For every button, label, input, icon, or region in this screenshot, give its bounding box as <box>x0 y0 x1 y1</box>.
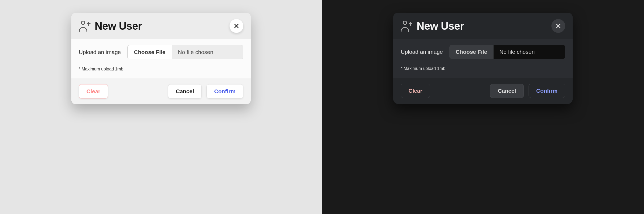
confirm-button[interactable]: Confirm <box>206 84 243 99</box>
dark-panel: New User Upload an image Choose File No … <box>322 0 644 214</box>
upload-label: Upload an image <box>79 49 121 55</box>
header-left: New User <box>79 20 142 32</box>
dialog-body: Upload an image Choose File No file chos… <box>393 39 573 78</box>
new-user-dialog: New User Upload an image Choose File No … <box>393 13 573 104</box>
confirm-button[interactable]: Confirm <box>529 84 565 98</box>
light-panel: New User Upload an image Choose File No … <box>0 0 322 214</box>
cancel-button[interactable]: Cancel <box>168 84 202 99</box>
user-plus-icon <box>401 20 411 32</box>
choose-file-button[interactable]: Choose File <box>449 45 494 59</box>
dialog-title: New User <box>417 20 464 32</box>
close-button[interactable] <box>551 19 565 33</box>
choose-file-button[interactable]: Choose File <box>128 45 172 59</box>
clear-button[interactable]: Clear <box>401 84 430 98</box>
file-input[interactable]: Choose File No file chosen <box>449 45 565 59</box>
upload-hint: * Maximum upload 1mb <box>79 67 243 72</box>
file-input[interactable]: Choose File No file chosen <box>127 45 243 59</box>
dialog-footer: Clear Cancel Confirm <box>71 78 251 104</box>
user-plus-icon <box>79 20 89 32</box>
dialog-title: New User <box>95 20 142 32</box>
footer-right: Cancel Confirm <box>490 84 565 98</box>
dialog-footer: Clear Cancel Confirm <box>393 78 573 104</box>
file-status: No file chosen <box>172 45 243 59</box>
close-icon <box>555 23 561 29</box>
new-user-dialog: New User Upload an image Choose File No … <box>71 13 251 104</box>
close-button[interactable] <box>230 19 243 33</box>
dialog-header: New User <box>393 13 573 39</box>
clear-button[interactable]: Clear <box>79 84 108 99</box>
dialog-header: New User <box>71 13 251 39</box>
upload-row: Upload an image Choose File No file chos… <box>401 45 565 59</box>
upload-row: Upload an image Choose File No file chos… <box>79 45 243 59</box>
cancel-button[interactable]: Cancel <box>490 84 524 98</box>
header-left: New User <box>401 20 464 32</box>
footer-right: Cancel Confirm <box>168 84 243 99</box>
upload-label: Upload an image <box>401 49 443 55</box>
close-icon <box>234 23 239 29</box>
upload-hint: * Maximum upload 1mb <box>401 66 565 71</box>
file-status: No file chosen <box>494 45 565 59</box>
dialog-body: Upload an image Choose File No file chos… <box>71 39 251 78</box>
